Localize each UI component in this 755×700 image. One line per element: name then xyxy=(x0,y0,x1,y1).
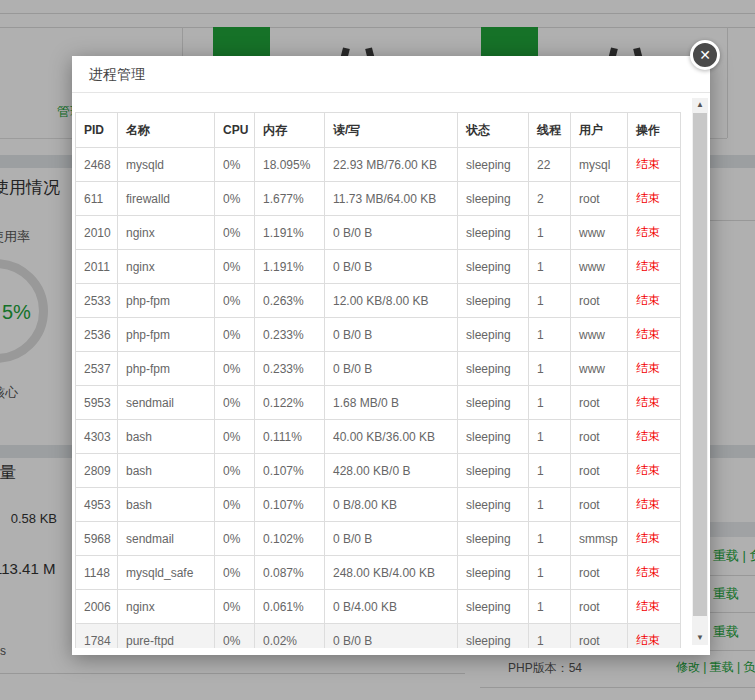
cell-name: php-fpm xyxy=(118,284,215,318)
cell-status: sleeping xyxy=(458,148,529,182)
kill-process-link[interactable]: 结束 xyxy=(636,361,660,375)
kill-process-link[interactable]: 结束 xyxy=(636,565,660,579)
cell-cpu: 0% xyxy=(215,318,255,352)
kill-process-link[interactable]: 结束 xyxy=(636,225,660,239)
cell-status: sleeping xyxy=(458,488,529,522)
col-header-user: 用户 xyxy=(571,113,628,148)
cell-threads: 1 xyxy=(529,488,571,522)
process-row: 611firewalld0%1.677%11.73 MB/64.00 KBsle… xyxy=(76,182,681,216)
cell-name: pure-ftpd xyxy=(118,624,215,649)
cell-action: 结束 xyxy=(628,250,681,284)
process-manager-screen: { "colors": { "accent_green": "#20a53a",… xyxy=(0,0,755,700)
cell-memory: 0.233% xyxy=(255,318,325,352)
cell-memory: 0.122% xyxy=(255,386,325,420)
cell-cpu: 0% xyxy=(215,590,255,624)
cell-memory: 0.02% xyxy=(255,624,325,649)
cell-status: sleeping xyxy=(458,556,529,590)
col-header-cpu: CPU xyxy=(215,113,255,148)
cell-action: 结束 xyxy=(628,386,681,420)
cell-pid: 5953 xyxy=(76,386,118,420)
cell-cpu: 0% xyxy=(215,182,255,216)
kill-process-link[interactable]: 结束 xyxy=(636,293,660,307)
cell-readwrite: 22.93 MB/76.00 KB xyxy=(325,148,458,182)
cell-user: root xyxy=(571,454,628,488)
cell-name: firewalld xyxy=(118,182,215,216)
cell-memory: 0.263% xyxy=(255,284,325,318)
kill-process-link[interactable]: 结束 xyxy=(636,259,660,273)
kill-process-link[interactable]: 结束 xyxy=(636,633,660,647)
cell-action: 结束 xyxy=(628,522,681,556)
cell-action: 结束 xyxy=(628,624,681,649)
process-row: 2010nginx0%1.191%0 B/0 Bsleeping1www结束 xyxy=(76,216,681,250)
cell-pid: 2010 xyxy=(76,216,118,250)
cell-action: 结束 xyxy=(628,556,681,590)
scroll-down-icon[interactable]: ▼ xyxy=(692,631,708,645)
kill-process-link[interactable]: 结束 xyxy=(636,463,660,477)
cell-threads: 1 xyxy=(529,522,571,556)
cell-memory: 0.107% xyxy=(255,454,325,488)
close-icon[interactable]: ✕ xyxy=(690,40,720,70)
cell-threads: 22 xyxy=(529,148,571,182)
cell-user: root xyxy=(571,386,628,420)
kill-process-link[interactable]: 结束 xyxy=(636,429,660,443)
col-header-status: 状态 xyxy=(458,113,529,148)
scrollbar-thumb[interactable] xyxy=(693,113,707,616)
process-row: 2536php-fpm0%0.233%0 B/0 Bsleeping1www结束 xyxy=(76,318,681,352)
cell-name: nginx xyxy=(118,216,215,250)
modal-scrollbar[interactable]: ▲ ▼ xyxy=(692,98,708,645)
process-row: 1784pure-ftpd0%0.02%0 B/0 Bsleeping1root… xyxy=(76,624,681,649)
cell-cpu: 0% xyxy=(215,420,255,454)
cell-readwrite: 0 B/0 B xyxy=(325,352,458,386)
cell-cpu: 0% xyxy=(215,454,255,488)
cell-threads: 1 xyxy=(529,318,571,352)
cell-pid: 2537 xyxy=(76,352,118,386)
kill-process-link[interactable]: 结束 xyxy=(636,327,660,341)
cell-name: sendmail xyxy=(118,386,215,420)
cell-user: root xyxy=(571,556,628,590)
cell-threads: 1 xyxy=(529,420,571,454)
cell-cpu: 0% xyxy=(215,284,255,318)
process-row: 2468mysqld0%18.095%22.93 MB/76.00 KBslee… xyxy=(76,148,681,182)
cell-pid: 611 xyxy=(76,182,118,216)
kill-process-link[interactable]: 结束 xyxy=(636,497,660,511)
col-header-threads: 线程 xyxy=(529,113,571,148)
cell-pid: 4303 xyxy=(76,420,118,454)
cell-threads: 2 xyxy=(529,182,571,216)
cell-status: sleeping xyxy=(458,624,529,649)
cell-pid: 2533 xyxy=(76,284,118,318)
cell-status: sleeping xyxy=(458,522,529,556)
kill-process-link[interactable]: 结束 xyxy=(636,531,660,545)
cell-cpu: 0% xyxy=(215,386,255,420)
kill-process-link[interactable]: 结束 xyxy=(636,599,660,613)
scroll-up-icon[interactable]: ▲ xyxy=(692,98,708,112)
cell-status: sleeping xyxy=(458,386,529,420)
cell-threads: 1 xyxy=(529,454,571,488)
process-row: 4303bash0%0.111%40.00 KB/36.00 KBsleepin… xyxy=(76,420,681,454)
cell-readwrite: 0 B/0 B xyxy=(325,522,458,556)
cell-status: sleeping xyxy=(458,216,529,250)
cell-name: bash xyxy=(118,454,215,488)
cell-user: www xyxy=(571,318,628,352)
cell-status: sleeping xyxy=(458,318,529,352)
modal-header: 进程管理 xyxy=(72,56,710,93)
kill-process-link[interactable]: 结束 xyxy=(636,395,660,409)
cell-status: sleeping xyxy=(458,454,529,488)
cell-status: sleeping xyxy=(458,420,529,454)
cell-readwrite: 248.00 KB/4.00 KB xyxy=(325,556,458,590)
cell-threads: 1 xyxy=(529,250,571,284)
cell-user: mysql xyxy=(571,148,628,182)
cell-readwrite: 0 B/0 B xyxy=(325,216,458,250)
process-row: 5968sendmail0%0.102%0 B/0 Bsleeping1smms… xyxy=(76,522,681,556)
kill-process-link[interactable]: 结束 xyxy=(636,191,660,205)
cell-memory: 0.107% xyxy=(255,488,325,522)
cell-action: 结束 xyxy=(628,488,681,522)
cell-readwrite: 40.00 KB/36.00 KB xyxy=(325,420,458,454)
col-header-readwrite: 读/写 xyxy=(325,113,458,148)
cell-user: www xyxy=(571,352,628,386)
cell-user: smmsp xyxy=(571,522,628,556)
kill-process-link[interactable]: 结束 xyxy=(636,157,660,171)
cell-threads: 1 xyxy=(529,556,571,590)
cell-cpu: 0% xyxy=(215,522,255,556)
cell-cpu: 0% xyxy=(215,488,255,522)
cell-user: root xyxy=(571,624,628,649)
